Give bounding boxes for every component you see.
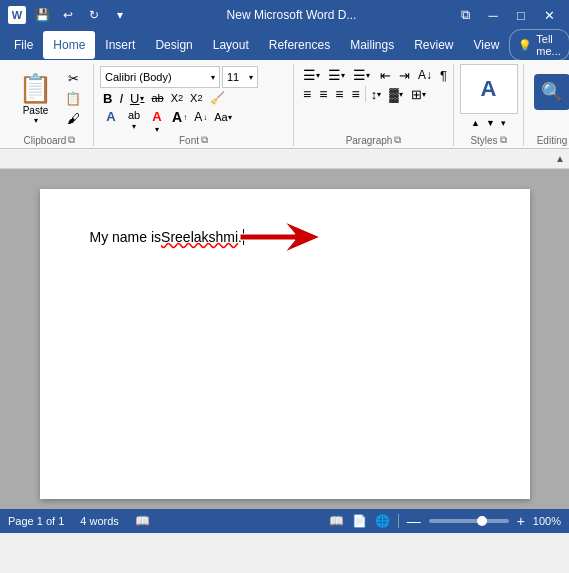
decrease-indent-button[interactable]: ⇤ (377, 66, 394, 84)
redo-button[interactable]: ↻ (84, 5, 104, 25)
format-painter-button[interactable]: 🖌 (61, 109, 85, 127)
proofing-icon[interactable]: 📖 (135, 514, 150, 528)
menu-review[interactable]: Review (404, 31, 463, 59)
underline-button[interactable]: U ▾ (127, 89, 147, 107)
zoom-out-button[interactable]: — (407, 513, 421, 529)
show-hide-button[interactable]: ¶ (437, 66, 450, 84)
styles-scroll-up[interactable]: ▲ (468, 114, 483, 132)
underline-dropdown[interactable]: ▾ (140, 94, 144, 103)
align-right-button[interactable]: ≡ (332, 85, 346, 103)
menu-references[interactable]: References (259, 31, 340, 59)
paragraph-label: Paragraph ⧉ (300, 132, 447, 146)
read-mode-button[interactable]: 📖 (329, 514, 344, 528)
font-label: Font ⧉ (100, 132, 287, 146)
menu-file[interactable]: File (4, 31, 43, 59)
font-color-button[interactable]: A ▾ (146, 108, 168, 126)
sort-button[interactable]: A↓ (415, 66, 435, 84)
highlight-label: ab (128, 109, 140, 121)
customize-qat-button[interactable]: ▾ (110, 5, 130, 25)
copy-button[interactable]: 📋 (61, 89, 85, 107)
subscript-button[interactable]: X2 (168, 89, 186, 107)
clipboard-expand-icon[interactable]: ⧉ (68, 134, 75, 146)
superscript-button[interactable]: X2 (187, 89, 205, 107)
borders-button[interactable]: ⊞▾ (408, 85, 429, 103)
paste-button[interactable]: 📋 Paste ▾ (12, 64, 59, 132)
font-name-arrow: ▾ (211, 73, 215, 82)
text-effect-button[interactable]: A (100, 108, 122, 126)
zoom-level: 100% (533, 515, 561, 527)
word-count: 4 words (80, 515, 119, 527)
maximize-button[interactable]: □ (509, 3, 533, 27)
menu-view[interactable]: View (464, 31, 510, 59)
highlight-button[interactable]: ab ▾ (123, 108, 145, 126)
paragraph-expand-icon[interactable]: ⧉ (394, 134, 401, 146)
bold-button[interactable]: B (100, 89, 115, 107)
editing-group: 🔍 Editing (524, 64, 569, 146)
close-button[interactable]: ✕ (537, 3, 561, 27)
editing-label: Editing (537, 133, 568, 146)
increase-indent-button[interactable]: ⇥ (396, 66, 413, 84)
align-left-button[interactable]: ≡ (300, 85, 314, 103)
format-buttons-row: B I U ▾ ab X2 X2 🧹 (100, 89, 280, 107)
web-layout-button[interactable]: 🌐 (375, 514, 390, 528)
menu-design[interactable]: Design (145, 31, 202, 59)
minimize-button[interactable]: ─ (481, 3, 505, 27)
numbering-button[interactable]: ☰▾ (325, 66, 348, 84)
font-name-selector[interactable]: Calibri (Body) ▾ (100, 66, 220, 88)
font-group: Calibri (Body) ▾ 11 ▾ B I U ▾ ab X2 X2 (94, 64, 294, 146)
menu-bar: File Home Insert Design Layout Reference… (0, 30, 569, 60)
font-expand-icon[interactable]: ⧉ (201, 134, 208, 146)
justify-button[interactable]: ≡ (349, 85, 363, 103)
document-page[interactable]: My name is Sreelakshmi. (40, 189, 530, 499)
status-bar-right: 📖 📄 🌐 — + 100% (329, 513, 561, 529)
color-buttons-row: A ab ▾ A ▾ A ↑ A (100, 108, 280, 126)
line-spacing-dropdown[interactable]: ▾ (377, 90, 381, 99)
bullets-button[interactable]: ☰▾ (300, 66, 323, 84)
undo-button[interactable]: ↩ (58, 5, 78, 25)
styles-expand[interactable]: ▾ (498, 114, 509, 132)
print-layout-button[interactable]: 📄 (352, 514, 367, 528)
editing-icon-box: 🔍 (534, 74, 569, 110)
font-grow-button[interactable]: A ↑ (169, 108, 190, 126)
borders-dropdown[interactable]: ▾ (422, 90, 426, 99)
font-shrink-button[interactable]: A ↓ (191, 108, 210, 126)
menu-layout[interactable]: Layout (203, 31, 259, 59)
restore-window-button[interactable]: ⧉ (453, 3, 477, 27)
multilevel-button[interactable]: ☰▾ (350, 66, 373, 84)
styles-preview[interactable]: A (460, 64, 518, 114)
strikethrough-button[interactable]: ab (148, 89, 166, 107)
italic-button[interactable]: I (116, 89, 126, 107)
bullets-dropdown[interactable]: ▾ (316, 71, 320, 80)
save-button[interactable]: 💾 (32, 5, 52, 25)
tell-me-input[interactable]: 💡 Tell me... (509, 29, 569, 61)
zoom-in-button[interactable]: + (517, 513, 525, 529)
menu-right: 💡 Tell me... Sign in 👤 Share (509, 27, 569, 63)
multilevel-dropdown[interactable]: ▾ (366, 71, 370, 80)
line-spacing-button[interactable]: ↕▾ (368, 85, 385, 103)
center-button[interactable]: ≡ (316, 85, 330, 103)
numbering-dropdown[interactable]: ▾ (341, 71, 345, 80)
shading-dropdown[interactable]: ▾ (399, 90, 403, 99)
case-button[interactable]: Aa▾ (211, 108, 234, 126)
title-bar-controls: ⧉ ─ □ ✕ (453, 3, 561, 27)
menu-home[interactable]: Home (43, 31, 95, 59)
paragraph-group: ☰▾ ☰▾ ☰▾ ⇤ ⇥ A↓ ¶ ≡ ≡ ≡ ≡ ↕▾ ▓▾ ⊞▾ Parag… (294, 64, 454, 146)
paragraph-bottom-row: ≡ ≡ ≡ ≡ ↕▾ ▓▾ ⊞▾ (300, 85, 447, 103)
menu-mailings[interactable]: Mailings (340, 31, 404, 59)
paragraph-top-row: ☰▾ ☰▾ ☰▾ ⇤ ⇥ A↓ ¶ (300, 66, 447, 84)
styles-label: Styles ⧉ (470, 132, 506, 146)
font-size-selector[interactable]: 11 ▾ (222, 66, 258, 88)
highlight-dropdown[interactable]: ▾ (132, 122, 136, 131)
cut-button[interactable]: ✂ (61, 69, 85, 87)
collapse-ribbon-button[interactable]: ▲ (555, 153, 565, 164)
ribbon: 📋 Paste ▾ ✂ 📋 🖌 Clipboard ⧉ Calibri (Bod… (0, 60, 569, 149)
svg-marker-0 (240, 222, 320, 252)
menu-insert[interactable]: Insert (95, 31, 145, 59)
styles-expand-icon[interactable]: ⧉ (500, 134, 507, 146)
shading-button[interactable]: ▓▾ (386, 85, 405, 103)
styles-scroll-down[interactable]: ▼ (483, 114, 498, 132)
font-selector-row: Calibri (Body) ▾ 11 ▾ (100, 66, 287, 88)
clear-format-button[interactable]: 🧹 (207, 89, 228, 107)
paste-icon: 📋 (18, 72, 53, 105)
zoom-slider[interactable] (429, 519, 509, 523)
